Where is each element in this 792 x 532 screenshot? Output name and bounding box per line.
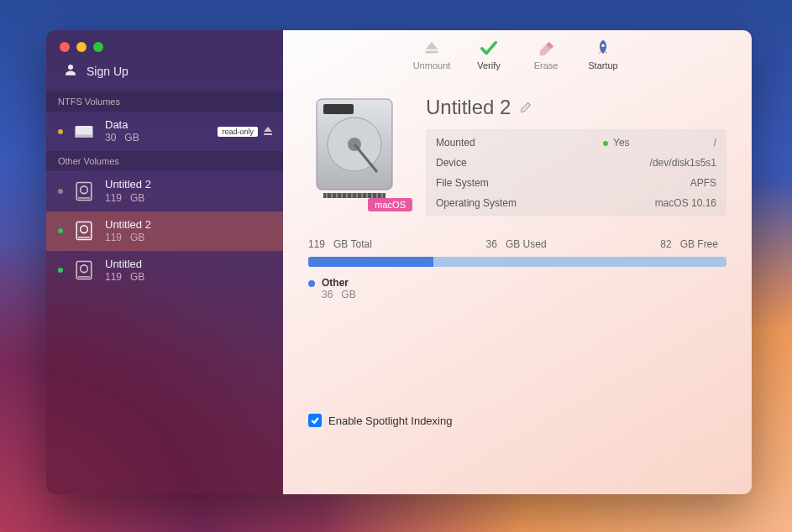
volume-name: Untitled: [105, 258, 271, 271]
svg-point-0: [68, 65, 73, 70]
section-header-other: Other Volumes: [46, 151, 283, 171]
volume-size: 119GB: [105, 232, 271, 244]
status-dot: [58, 268, 63, 273]
spotlight-label: Enable Spotlight Indexing: [328, 415, 452, 427]
info-label: Device: [436, 157, 467, 169]
eject-icon[interactable]: [263, 127, 273, 137]
legend-name: Other: [322, 277, 365, 289]
info-value: macOS 10.16: [655, 197, 716, 209]
usage-stats: 119GB Total 36GB Used 82GB Free: [308, 238, 726, 250]
info-value: /dev/disk1s5s1: [650, 157, 716, 169]
info-row-device: Device /dev/disk1s5s1: [426, 153, 726, 173]
hdd-icon: [71, 179, 97, 204]
status-dot: [58, 189, 63, 194]
svg-point-10: [81, 265, 88, 273]
info-value: Yes /: [603, 137, 716, 149]
verify-button[interactable]: Verify: [468, 39, 510, 70]
toolbar: Unmount Verify Erase Startup: [283, 30, 752, 76]
toolbar-label: Unmount: [413, 60, 451, 70]
volume-illustration: macOS: [308, 92, 409, 216]
info-row-os: Operating System macOS 10.16: [426, 193, 726, 213]
volume-size: 119GB: [105, 271, 271, 284]
sign-up-label: Sign Up: [87, 65, 129, 78]
readonly-badge: read-only: [218, 127, 258, 137]
svg-rect-2: [76, 134, 93, 138]
eraser-icon: [537, 39, 555, 59]
usage-section: 119GB Total 36GB Used 82GB Free Other 36…: [283, 216, 752, 300]
info-value: APFS: [690, 177, 716, 189]
usage-segment-other: [308, 257, 433, 267]
info-label: Operating System: [436, 197, 517, 209]
usage-free: 82GB Free: [660, 238, 726, 250]
sidebar-item-data[interactable]: Data 30GB read-only: [46, 112, 283, 151]
erase-button[interactable]: Erase: [525, 39, 567, 70]
legend-dot-icon: [308, 280, 315, 287]
status-dot-icon: [603, 141, 608, 146]
edit-icon[interactable]: [519, 101, 532, 114]
traffic-lights: [46, 30, 283, 55]
minimize-window-button[interactable]: [76, 42, 87, 52]
hdd-icon: [71, 218, 97, 243]
info-table: Mounted Yes / Device /dev/disk1s5s1: [426, 129, 726, 216]
status-dot: [58, 228, 63, 233]
volume-title: Untitled 2: [426, 96, 511, 119]
main-content: Unmount Verify Erase Startup: [283, 30, 752, 494]
close-window-button[interactable]: [60, 42, 70, 52]
volume-text: Untitled 2 119GB: [105, 218, 271, 244]
svg-rect-15: [323, 104, 354, 114]
spotlight-checkbox[interactable]: [308, 414, 322, 427]
sidebar: Sign Up NTFS Volumes Data 30GB read-only…: [46, 30, 283, 494]
hdd-icon: [71, 258, 97, 283]
app-window: Sign Up NTFS Volumes Data 30GB read-only…: [46, 30, 752, 494]
rocket-icon: [594, 39, 612, 59]
sidebar-item-untitled2-b[interactable]: Untitled 2 119GB: [46, 211, 283, 251]
usage-total: 119GB Total: [308, 238, 380, 250]
volume-name: Untitled 2: [105, 218, 271, 232]
sidebar-item-untitled2-a[interactable]: Untitled 2 119GB: [46, 171, 283, 211]
unmount-button[interactable]: Unmount: [411, 39, 453, 70]
spotlight-toggle-row: Enable Spotlight Indexing: [283, 414, 752, 427]
mount-point-link[interactable]: /: [714, 137, 716, 149]
svg-point-4: [81, 186, 88, 194]
volume-size: 119GB: [105, 192, 271, 205]
toolbar-label: Erase: [534, 60, 559, 70]
user-icon: [63, 62, 78, 80]
startup-button[interactable]: Startup: [582, 39, 624, 70]
eject-icon: [422, 39, 441, 59]
sidebar-item-untitled[interactable]: Untitled 119GB: [46, 251, 283, 290]
usage-used: 36GB Used: [486, 238, 555, 250]
svg-rect-12: [426, 51, 438, 54]
volume-name: Untitled 2: [105, 178, 271, 191]
info-label: Mounted: [436, 137, 475, 149]
legend-text: Other 36GB: [322, 277, 365, 300]
legend-amount: 36GB: [322, 289, 365, 300]
toolbar-label: Startup: [588, 60, 617, 70]
info-row-mounted: Mounted Yes /: [426, 133, 726, 153]
svg-point-7: [81, 226, 88, 233]
toolbar-label: Verify: [477, 60, 501, 70]
check-icon: [480, 39, 498, 59]
info-label: File System: [436, 177, 489, 189]
status-dot: [58, 129, 63, 134]
svg-point-13: [601, 44, 605, 47]
usage-legend: Other 36GB: [308, 277, 726, 300]
external-disk-icon: [71, 119, 97, 144]
volume-text: Untitled 119GB: [105, 258, 271, 284]
volume-text: Untitled 2 119GB: [105, 178, 271, 204]
detail-info: Untitled 2 Mounted Yes /: [426, 92, 726, 216]
info-row-filesystem: File System APFS: [426, 173, 726, 193]
sign-up-button[interactable]: Sign Up: [46, 55, 283, 91]
os-tag: macOS: [368, 198, 412, 211]
section-header-ntfs: NTFS Volumes: [46, 91, 283, 112]
usage-bar: [308, 257, 726, 267]
detail-header: macOS Untitled 2 Mounted Yes: [283, 76, 752, 216]
zoom-window-button[interactable]: [93, 42, 103, 52]
